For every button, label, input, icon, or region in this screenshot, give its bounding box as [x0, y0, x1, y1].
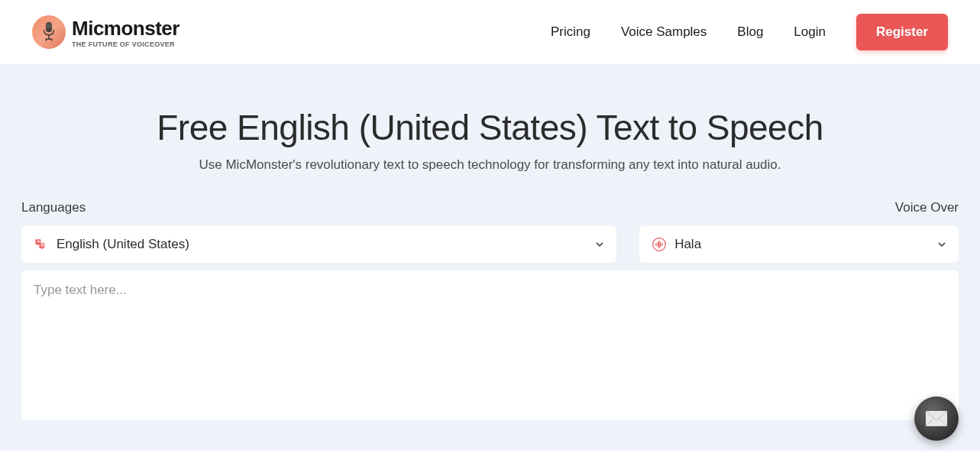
logo-icon: [32, 15, 66, 49]
voice-select[interactable]: Hala: [639, 226, 959, 263]
svg-text:文: 文: [40, 243, 44, 247]
nav-voice-samples[interactable]: Voice Samples: [621, 24, 707, 40]
logo[interactable]: Micmonster THE FUTURE OF VOICEOVER: [32, 15, 180, 49]
page-subtitle: Use MicMonster's revolutionary text to s…: [21, 157, 959, 173]
microphone-icon: [40, 21, 57, 44]
logo-text: Micmonster THE FUTURE OF VOICEOVER: [72, 17, 180, 48]
nav-login[interactable]: Login: [794, 24, 826, 40]
chevron-down-icon: [595, 240, 604, 249]
nav: Pricing Voice Samples Blog Login Registe…: [551, 14, 948, 50]
voice-value: Hala: [674, 237, 930, 252]
language-select[interactable]: A 文 English (United States): [21, 226, 616, 263]
contact-floating-button[interactable]: [914, 396, 959, 441]
nav-blog[interactable]: Blog: [737, 24, 763, 40]
textarea-container: [21, 270, 959, 420]
page-title: Free English (United States) Text to Spe…: [21, 107, 959, 148]
soundwave-icon: [652, 237, 667, 252]
text-input[interactable]: [34, 283, 946, 405]
main-content: Free English (United States) Text to Spe…: [0, 64, 980, 451]
nav-pricing[interactable]: Pricing: [551, 24, 590, 40]
selectors-row: A 文 English (United States) Hala: [21, 226, 959, 263]
logo-subtitle: THE FUTURE OF VOICEOVER: [72, 40, 180, 48]
header: Micmonster THE FUTURE OF VOICEOVER Prici…: [0, 0, 980, 64]
register-button[interactable]: Register: [856, 14, 948, 50]
languages-label: Languages: [21, 200, 86, 215]
logo-title: Micmonster: [72, 17, 180, 40]
voice-over-label: Voice Over: [895, 200, 959, 215]
envelope-icon: [926, 411, 947, 426]
language-value: English (United States): [57, 237, 587, 252]
translate-icon: A 文: [34, 237, 49, 252]
labels-row: Languages Voice Over: [21, 200, 959, 215]
chevron-down-icon: [937, 240, 946, 249]
